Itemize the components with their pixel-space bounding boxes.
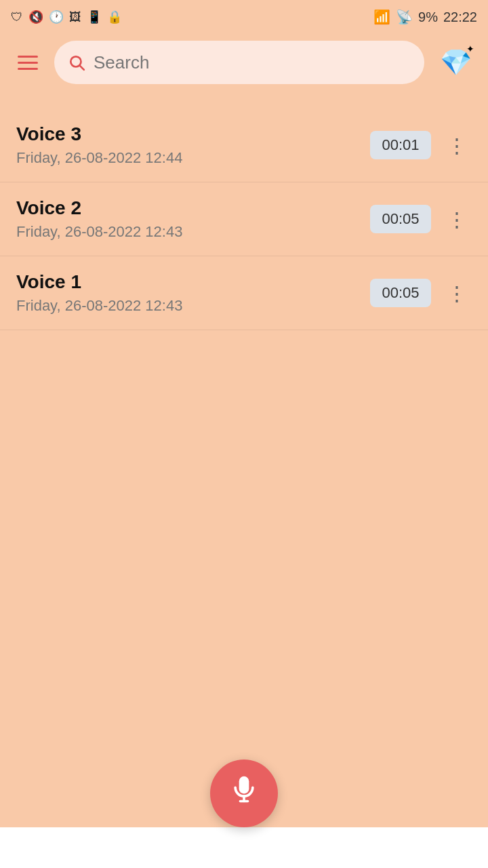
voice-name: Voice 2	[16, 197, 370, 219]
voice-date: Friday, 26-08-2022 12:44	[16, 149, 370, 167]
voice-date: Friday, 26-08-2022 12:43	[16, 297, 370, 315]
signal-icon: 📡	[396, 9, 413, 25]
vertical-dots-icon	[447, 208, 467, 231]
vertical-dots-icon	[447, 134, 467, 157]
voice-date: Friday, 26-08-2022 12:43	[16, 223, 370, 241]
svg-line-1	[80, 66, 84, 70]
duration-badge: 00:01	[370, 131, 431, 159]
image-icon: 🖼	[69, 10, 81, 24]
menu-button[interactable]	[11, 45, 45, 79]
premium-button[interactable]: 💎 ✦	[434, 41, 477, 84]
bottom-nav	[0, 827, 488, 868]
voice-info: Voice 3 Friday, 26-08-2022 12:44	[16, 123, 370, 167]
no-disturb-icon: 🔇	[28, 9, 43, 24]
record-button-container	[210, 760, 278, 827]
search-input[interactable]	[94, 52, 411, 73]
list-item: Voice 2 Friday, 26-08-2022 12:43 00:05	[0, 182, 488, 256]
screen-icon: 📱	[87, 9, 102, 24]
search-icon	[68, 54, 85, 71]
status-icons-right: 📶 📡 9% 22:22	[373, 9, 477, 25]
battery-text: 9%	[418, 9, 438, 25]
search-bar[interactable]	[54, 41, 424, 84]
more-options-button[interactable]	[442, 278, 472, 308]
status-bar: 🛡 🔇 🕐 🖼 📱 🔒 📶 📡 9% 22:22	[0, 0, 488, 34]
voice-controls: 00:01	[370, 130, 472, 160]
duration-badge: 00:05	[370, 205, 431, 233]
more-options-button[interactable]	[442, 204, 472, 234]
time-display: 22:22	[443, 9, 477, 25]
record-button[interactable]	[210, 760, 278, 827]
voice-info: Voice 2 Friday, 26-08-2022 12:43	[16, 197, 370, 241]
wifi-icon: 📶	[373, 9, 390, 25]
shield-icon: 🛡	[11, 10, 23, 24]
top-bar: 💎 ✦	[0, 34, 488, 95]
hamburger-icon	[18, 56, 38, 70]
voice-info: Voice 1 Friday, 26-08-2022 12:43	[16, 271, 370, 315]
voice-controls: 00:05	[370, 278, 472, 308]
voice-name: Voice 3	[16, 123, 370, 145]
list-item: Voice 3 Friday, 26-08-2022 12:44 00:01	[0, 108, 488, 182]
voice-name: Voice 1	[16, 271, 370, 293]
voice-controls: 00:05	[370, 204, 472, 234]
duration-badge: 00:05	[370, 279, 431, 307]
status-icons-left: 🛡 🔇 🕐 🖼 📱 🔒	[11, 9, 122, 24]
vertical-dots-icon	[447, 281, 467, 305]
sparkle-icon: ✦	[466, 43, 474, 54]
list-item: Voice 1 Friday, 26-08-2022 12:43 00:05	[0, 256, 488, 330]
microphone-icon	[229, 775, 259, 812]
voice-list: Voice 3 Friday, 26-08-2022 12:44 00:01 V…	[0, 95, 488, 330]
clock-icon: 🕐	[49, 9, 64, 24]
lock-icon: 🔒	[107, 9, 122, 24]
more-options-button[interactable]	[442, 130, 472, 160]
